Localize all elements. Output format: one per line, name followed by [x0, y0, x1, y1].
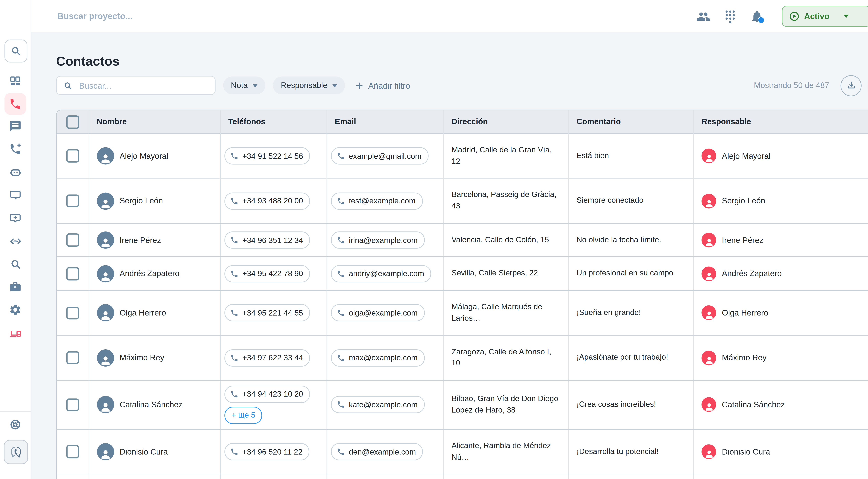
- sidebar-item-bot[interactable]: [0, 161, 31, 183]
- phone-icon: [230, 448, 239, 456]
- sidebar-item-dashboard[interactable]: [0, 70, 31, 92]
- row-checkbox[interactable]: [66, 306, 79, 319]
- email-chip[interactable]: irina@example.com: [331, 231, 425, 249]
- phone-chip[interactable]: +34 94 423 10 20: [224, 386, 310, 403]
- responsible-avatar: [702, 266, 716, 281]
- responsible-cell c-resp: Sergio León: [693, 179, 868, 223]
- message-bubble-icon: [9, 189, 22, 201]
- email-cell: max@example.com: [327, 336, 443, 380]
- sidebar-item-help[interactable]: [0, 414, 31, 436]
- table-row[interactable]: Andrés Zapatero +34 95 422 78 90 andriy@…: [57, 256, 868, 290]
- team-button[interactable]: [696, 9, 710, 23]
- row-checkbox[interactable]: [66, 194, 79, 207]
- table-row[interactable]: Irene Pérez +34 96 351 12 34 irina@examp…: [57, 223, 868, 257]
- phone-chips: +34 97 622 33 44: [224, 349, 310, 366]
- table-row[interactable]: Catalina Sánchez +34 94 423 10 20 + ще 5…: [57, 380, 868, 429]
- email-chip[interactable]: kate@example.com: [331, 396, 425, 413]
- sidebar-item-add-call[interactable]: [0, 138, 31, 160]
- table-row[interactable]: Anastasia Ferrández +34 97 171 00 11 nas…: [57, 474, 868, 479]
- contact-name: Catalina Sánchez: [120, 400, 183, 409]
- sidebar-item-logo[interactable]: [4, 440, 28, 464]
- table-row[interactable]: Alejo Mayoral +34 91 522 14 56 example@g…: [57, 133, 868, 178]
- column-header-responsable: Responsable: [693, 110, 868, 134]
- email-cell: test@example.com: [327, 179, 443, 223]
- phone-chip[interactable]: +34 91 522 14 56: [224, 147, 310, 164]
- contact-comment: No olvide la fecha límite.: [577, 229, 661, 252]
- phone-icon: [230, 236, 239, 244]
- comment-cell: ¡Sueña en grande!: [568, 291, 693, 335]
- contact-address: Alicante, Rambla de Méndez Nú…: [452, 435, 562, 469]
- status-select[interactable]: Activo: [782, 6, 868, 27]
- contact-comment: ¡Crea cosas increíbles!: [577, 393, 656, 416]
- header-select-all: [57, 110, 88, 134]
- phone-chip[interactable]: +34 95 221 44 55: [224, 304, 310, 321]
- more-phones-chip[interactable]: + ще 5: [224, 407, 262, 424]
- dialpad-button[interactable]: [723, 9, 737, 23]
- email-cell: kate@example.com: [327, 381, 443, 429]
- email-chip[interactable]: max@example.com: [331, 349, 425, 366]
- phone-chip[interactable]: +34 96 520 11 22: [224, 443, 310, 460]
- row-checkbox[interactable]: [66, 445, 79, 458]
- contact-comment: Un profesional en su campo: [577, 262, 673, 285]
- contact-avatar: [97, 231, 114, 249]
- phone-chip[interactable]: +34 93 488 20 00: [224, 192, 310, 210]
- contact-address: Madrid, Calle de la Gran Vía, 12: [452, 139, 562, 173]
- row-checkbox[interactable]: [66, 398, 79, 411]
- notifications-button[interactable]: [750, 9, 764, 23]
- comment-cell: Busca la excelencia: [568, 475, 693, 479]
- row-checkbox[interactable]: [66, 150, 79, 162]
- contacts-search-input[interactable]: [78, 80, 210, 91]
- table-row[interactable]: Máximo Rey +34 97 622 33 44 max@example.…: [57, 335, 868, 380]
- filter-responsable[interactable]: Responsable: [273, 76, 345, 94]
- sidebar-item-chat[interactable]: [0, 116, 31, 137]
- phones-cell: +34 96 351 12 34: [220, 224, 327, 256]
- sidebar-item-messages[interactable]: [0, 184, 31, 206]
- person-icon: [704, 153, 714, 163]
- sidebar-item-devices[interactable]: [0, 322, 31, 344]
- sidebar-item-briefcase[interactable]: [0, 276, 31, 298]
- sidebar-item-settings[interactable]: [0, 299, 31, 321]
- filter-nota-label: Nota: [231, 81, 248, 90]
- export-button[interactable]: [841, 75, 862, 96]
- phone-icon: [230, 309, 239, 317]
- contact-email-text: olga@example.com: [349, 309, 417, 317]
- row-checkbox[interactable]: [66, 233, 79, 247]
- table-row[interactable]: Dionisio Cura +34 96 520 11 22 den@examp…: [57, 429, 868, 474]
- sidebar-item-code[interactable]: [0, 230, 31, 252]
- phone-icon: [9, 98, 22, 110]
- filter-nota[interactable]: Nota: [223, 76, 266, 94]
- email-chip[interactable]: test@example.com: [331, 192, 423, 210]
- phone-chip[interactable]: +34 96 351 12 34: [224, 231, 310, 249]
- email-chip[interactable]: example@gmail.com: [331, 147, 429, 164]
- email-chip[interactable]: den@example.com: [331, 443, 423, 460]
- phone-chips: +34 95 221 44 55: [224, 304, 310, 321]
- person-icon: [99, 310, 111, 322]
- email-chip[interactable]: andriy@example.com: [331, 265, 431, 282]
- project-search-input[interactable]: [56, 11, 690, 22]
- phone-chip[interactable]: +34 97 622 33 44: [224, 349, 310, 366]
- phones-cell: +34 93 488 20 00: [220, 179, 327, 223]
- phone-chip[interactable]: +34 95 422 78 90: [224, 265, 310, 282]
- select-all-checkbox[interactable]: [66, 116, 79, 128]
- column-header-email: Email: [327, 110, 443, 134]
- sidebar-item-search-boxed[interactable]: [4, 39, 27, 62]
- email-chip[interactable]: olga@example.com: [331, 304, 425, 321]
- phone-chips: +34 94 423 10 20 + ще 5: [224, 386, 323, 424]
- contact-name: Sergio León: [120, 196, 163, 205]
- sidebar-item-search[interactable]: [0, 253, 31, 275]
- row-select-cell: [57, 224, 88, 256]
- row-checkbox[interactable]: [66, 351, 79, 364]
- row-checkbox[interactable]: [66, 267, 79, 280]
- search-icon: [63, 81, 73, 90]
- chevron-down-icon: [843, 14, 848, 18]
- sidebar-item-calls[interactable]: [4, 93, 26, 115]
- add-filter-button[interactable]: Añadir filtro: [355, 81, 410, 90]
- dashboard-icon: [9, 75, 22, 87]
- table-row[interactable]: Olga Herrero +34 95 221 44 55 olga@examp…: [57, 290, 868, 335]
- responsible-name: Irene Pérez: [722, 236, 763, 245]
- table-row[interactable]: Sergio León +34 93 488 20 00 test@exampl…: [57, 178, 868, 223]
- sidebar-item-badge[interactable]: [0, 207, 31, 229]
- contact-comment: ¡Apasiónate por tu trabajo!: [577, 346, 668, 369]
- contacts-table: Nombre Teléfonos Email Dirección Comenta…: [56, 110, 868, 479]
- phone-icon: [230, 269, 239, 278]
